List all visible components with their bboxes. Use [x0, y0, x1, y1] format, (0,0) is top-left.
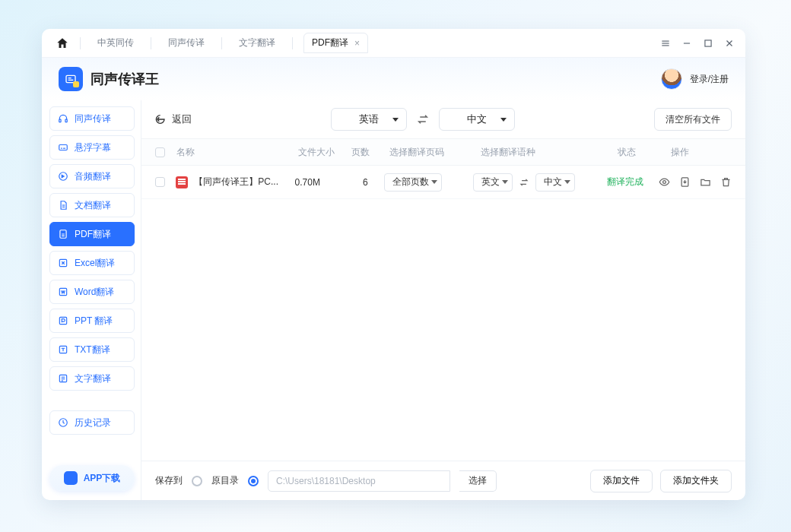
separator — [221, 37, 222, 49]
svg-rect-7 — [66, 75, 75, 82]
separator — [151, 37, 151, 49]
svg-rect-11 — [65, 119, 67, 122]
tab-pdf-active[interactable]: PDF翻译 × — [303, 33, 368, 53]
pdf-file-icon — [176, 176, 188, 188]
file-pages: 6 — [347, 177, 384, 188]
tab-simul[interactable]: 同声传译 — [162, 36, 211, 49]
sidebar-item-pdf[interactable]: PDF翻译 — [49, 222, 135, 246]
main: 返回 英语 中文 清空所有文件 名称 文件大小 页数 选择翻译页码 选择翻译语种… — [141, 100, 745, 500]
page-range-select[interactable]: 全部页数 — [384, 173, 442, 192]
tab-text[interactable]: 文字翻译 — [233, 36, 281, 49]
sidebar-item-ppt[interactable]: PPT 翻译 — [49, 309, 135, 333]
brand-title: 同声传译王 — [91, 70, 159, 88]
select-all-checkbox[interactable] — [155, 147, 165, 157]
sidebar-item-label: Word翻译 — [75, 286, 114, 299]
home-icon[interactable] — [56, 36, 69, 50]
clear-all-button[interactable]: 清空所有文件 — [654, 108, 732, 131]
minimize-icon[interactable] — [681, 38, 692, 49]
close-tab-icon[interactable]: × — [354, 38, 360, 49]
sidebar-item-simul[interactable]: 同声传译 — [49, 106, 135, 131]
txt-icon — [58, 344, 68, 355]
sidebar-item-audio[interactable]: 音频翻译 — [49, 164, 135, 188]
close-icon[interactable] — [724, 38, 735, 49]
orig-dir-radio[interactable] — [248, 476, 259, 486]
chevron-down-icon — [500, 118, 507, 122]
preview-icon[interactable] — [659, 176, 670, 188]
back-button[interactable]: 返回 — [155, 112, 192, 126]
svg-point-28 — [663, 181, 666, 184]
sidebar-item-label: 音频翻译 — [75, 170, 111, 183]
header: 同声传译王 登录/注册 — [42, 58, 745, 100]
add-file-button[interactable]: 添加文件 — [590, 470, 653, 492]
th-ops: 操作 — [671, 146, 732, 159]
target-lang-select[interactable]: 中文 — [439, 108, 515, 131]
file-size: 0.70M — [295, 177, 347, 188]
sidebar: 同声传译 悬浮字幕 音频翻译 文档翻译 PDF翻译 Excel翻译 Word翻译… — [42, 100, 141, 500]
row-checkbox[interactable] — [155, 177, 165, 187]
login-link[interactable]: 登录/注册 — [690, 73, 729, 86]
app-window: 中英同传 同声传译 文字翻译 PDF翻译 × 同声传译王 登录/注册 同声传译 … — [42, 29, 745, 500]
pdf-icon — [58, 229, 68, 239]
sidebar-item-label: Excel翻译 — [75, 257, 115, 270]
svg-rect-4 — [705, 40, 711, 46]
row-src-lang-select[interactable]: 英文 — [473, 173, 513, 192]
titlebar: 中英同传 同声传译 文字翻译 PDF翻译 × — [42, 29, 745, 58]
avatar[interactable] — [661, 68, 682, 90]
row-dst-lang-select[interactable]: 中文 — [535, 173, 575, 192]
sidebar-item-subtitle[interactable]: 悬浮字幕 — [49, 135, 135, 160]
choose-path-button[interactable]: 选择 — [459, 470, 497, 492]
svg-rect-21 — [59, 317, 66, 324]
delete-icon[interactable] — [720, 176, 732, 188]
app-icon — [64, 471, 78, 485]
th-name: 名称 — [176, 146, 298, 159]
sidebar-item-word[interactable]: Word翻译 — [49, 280, 135, 304]
sidebar-item-doc[interactable]: 文档翻译 — [49, 193, 135, 217]
source-lang-select[interactable]: 英语 — [331, 108, 407, 131]
target-lang-value: 中文 — [467, 112, 487, 126]
sidebar-item-label: PPT 翻译 — [75, 315, 113, 328]
separator — [80, 37, 81, 49]
svg-rect-12 — [59, 145, 68, 150]
doc-icon — [58, 200, 68, 211]
audio-icon — [58, 171, 68, 182]
maximize-icon[interactable] — [703, 38, 713, 49]
header-right: 登录/注册 — [661, 68, 729, 90]
back-icon — [155, 113, 167, 125]
page-range-value: 全部页数 — [392, 176, 429, 188]
save-to-radio-empty[interactable] — [192, 476, 202, 486]
folder-icon[interactable] — [700, 176, 711, 188]
footer: 保存到 原目录 C:\Users\18181\Desktop 选择 添加文件 添… — [141, 461, 745, 500]
chevron-down-icon — [564, 180, 570, 184]
th-pages: 页数 — [351, 146, 389, 159]
th-lang: 选择翻译语种 — [481, 146, 618, 159]
svg-rect-10 — [59, 119, 61, 122]
chevron-down-icon — [431, 180, 437, 184]
toolbar: 返回 英语 中文 清空所有文件 — [141, 100, 745, 138]
sidebar-item-label: 文档翻译 — [75, 199, 111, 212]
back-label: 返回 — [172, 112, 192, 126]
swap-icon[interactable] — [416, 112, 430, 126]
chevron-down-icon — [502, 180, 508, 184]
app-download-button[interactable]: APP下载 — [49, 465, 135, 491]
sidebar-item-text[interactable]: 文字翻译 — [49, 366, 135, 391]
menu-icon[interactable] — [660, 38, 671, 49]
text-icon — [58, 373, 68, 384]
add-folder-button[interactable]: 添加文件夹 — [660, 470, 732, 492]
subtitle-icon — [58, 142, 68, 153]
table-row: 【同声传译王】PC... 0.70M 6 全部页数 英文 中文 翻译完成 — [141, 166, 745, 199]
row-dst-lang-value: 中文 — [544, 176, 562, 188]
sidebar-item-history[interactable]: 历史记录 — [49, 410, 135, 435]
brand-icon — [59, 67, 83, 91]
swap-icon[interactable] — [519, 177, 529, 188]
sidebar-item-label: 同声传译 — [75, 112, 111, 125]
tab-label: PDF翻译 — [312, 36, 348, 49]
save-path-input[interactable]: C:\Users\18181\Desktop — [268, 470, 450, 492]
window-controls — [660, 38, 735, 49]
sidebar-item-excel[interactable]: Excel翻译 — [49, 251, 135, 275]
th-status: 状态 — [618, 146, 671, 159]
chevron-down-icon — [392, 118, 399, 122]
export-icon[interactable] — [679, 176, 691, 188]
sidebar-item-label: 文字翻译 — [75, 372, 111, 385]
tab-cn-en[interactable]: 中英同传 — [91, 36, 140, 49]
sidebar-item-txt[interactable]: TXT翻译 — [49, 337, 135, 362]
